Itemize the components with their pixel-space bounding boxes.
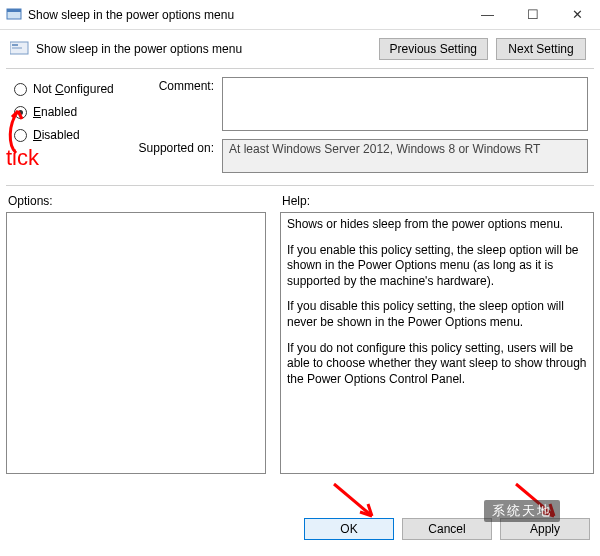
radio-enabled-indicator (14, 106, 27, 119)
setting-title: Show sleep in the power options menu (36, 42, 379, 56)
cancel-button[interactable]: Cancel (402, 518, 492, 540)
help-paragraph: If you do not configure this policy sett… (287, 341, 587, 388)
policy-icon (6, 7, 22, 23)
radio-disabled[interactable]: Disabled (14, 128, 132, 142)
help-panel[interactable]: Shows or hides sleep from the power opti… (280, 212, 594, 474)
comment-label: Comment: (136, 77, 222, 131)
options-help-area: Options: Help: Shows or hides sleep from… (0, 186, 600, 474)
setting-icon (10, 41, 30, 57)
config-area: Not Configured Enabled Disabled Comment:… (0, 69, 600, 181)
comment-supported-panel: Comment: Supported on: At least Windows … (136, 77, 594, 181)
ok-button[interactable]: OK (304, 518, 394, 540)
maximize-button[interactable]: ☐ (510, 0, 555, 29)
help-paragraph: If you enable this policy setting, the s… (287, 243, 587, 290)
window-controls: — ☐ ✕ (465, 0, 600, 29)
titlebar: Show sleep in the power options menu — ☐… (0, 0, 600, 30)
previous-setting-button[interactable]: Previous Setting (379, 38, 488, 60)
next-setting-button[interactable]: Next Setting (496, 38, 586, 60)
svg-rect-1 (7, 9, 21, 12)
help-label: Help: (280, 192, 594, 212)
help-paragraph: If you disable this policy setting, the … (287, 299, 587, 330)
radio-enabled-label: Enabled (33, 105, 77, 119)
setting-header: Show sleep in the power options menu Pre… (0, 30, 600, 68)
apply-button[interactable]: Apply (500, 518, 590, 540)
radio-disabled-label: Disabled (33, 128, 80, 142)
comment-row: Comment: (136, 77, 588, 131)
state-radio-group: Not Configured Enabled Disabled (6, 77, 136, 181)
annotation-arrow-apply (512, 482, 562, 522)
svg-rect-3 (12, 44, 18, 46)
dialog-footer: OK Cancel Apply (304, 518, 590, 540)
options-column: Options: (6, 192, 266, 474)
supported-row: Supported on: At least Windows Server 20… (136, 139, 588, 173)
annotation-arrow-ok (330, 482, 380, 522)
radio-enabled[interactable]: Enabled (14, 105, 132, 119)
comment-input[interactable] (222, 77, 588, 131)
window-title: Show sleep in the power options menu (28, 8, 465, 22)
radio-not-configured-indicator (14, 83, 27, 96)
svg-rect-4 (12, 47, 22, 49)
radio-disabled-indicator (14, 129, 27, 142)
close-button[interactable]: ✕ (555, 0, 600, 29)
minimize-button[interactable]: — (465, 0, 510, 29)
nav-buttons: Previous Setting Next Setting (379, 38, 586, 60)
options-panel[interactable] (6, 212, 266, 474)
radio-not-configured[interactable]: Not Configured (14, 82, 132, 96)
help-paragraph: Shows or hides sleep from the power opti… (287, 217, 587, 233)
options-label: Options: (6, 192, 266, 212)
supported-label: Supported on: (136, 139, 222, 173)
radio-not-configured-label: Not Configured (33, 82, 114, 96)
help-column: Help: Shows or hides sleep from the powe… (280, 192, 594, 474)
supported-value: At least Windows Server 2012, Windows 8 … (222, 139, 588, 173)
